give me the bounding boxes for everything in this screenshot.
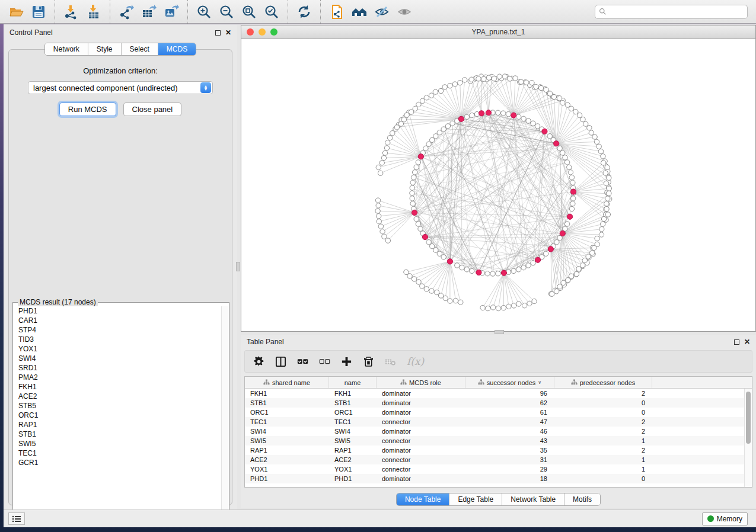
ring-node[interactable] bbox=[441, 255, 446, 259]
tab-motifs[interactable]: Motifs bbox=[564, 493, 600, 505]
leaf-node[interactable] bbox=[557, 284, 562, 289]
leaf-node[interactable] bbox=[378, 224, 383, 229]
leaf-node[interactable] bbox=[434, 290, 439, 294]
tab-style[interactable]: Style bbox=[88, 43, 122, 55]
export-network-icon[interactable] bbox=[115, 2, 138, 21]
ring-node[interactable] bbox=[531, 121, 535, 126]
leaf-node[interactable] bbox=[453, 298, 458, 303]
leaf-node[interactable] bbox=[601, 216, 606, 221]
leaf-node[interactable] bbox=[492, 76, 496, 81]
node-table[interactable]: shared namenameMCDS rolesuccessor nodes∨… bbox=[244, 376, 752, 488]
leaf-node[interactable] bbox=[607, 191, 611, 196]
ring-node[interactable] bbox=[535, 124, 540, 129]
column-header-MCDS-role[interactable]: MCDS role bbox=[377, 377, 465, 388]
table-row[interactable]: RAP1RAP1dominator352 bbox=[245, 446, 752, 455]
table-row[interactable]: TEC1TEC1connector472 bbox=[245, 417, 752, 427]
mcds-result-item[interactable]: ACE2 bbox=[18, 392, 221, 401]
minimize-window-icon[interactable] bbox=[259, 28, 266, 36]
leaf-node[interactable] bbox=[462, 78, 467, 82]
leaf-node[interactable] bbox=[412, 277, 416, 281]
network-canvas[interactable] bbox=[241, 39, 755, 331]
mcds-hub-node[interactable] bbox=[560, 230, 565, 236]
leaf-node[interactable] bbox=[592, 245, 596, 250]
ring-node[interactable] bbox=[416, 160, 420, 165]
ring-node[interactable] bbox=[455, 263, 460, 268]
leaf-node[interactable] bbox=[448, 299, 452, 303]
mcds-result-item[interactable]: STB5 bbox=[18, 401, 221, 411]
ring-node[interactable] bbox=[410, 185, 414, 190]
mcds-hub-node[interactable] bbox=[535, 257, 540, 262]
leaf-node[interactable] bbox=[424, 95, 429, 100]
ring-node[interactable] bbox=[516, 267, 521, 272]
mcds-result-item[interactable]: SWI4 bbox=[18, 354, 221, 363]
leaf-node[interactable] bbox=[590, 251, 595, 255]
tab-network-table[interactable]: Network Table bbox=[502, 493, 564, 505]
ring-node[interactable] bbox=[521, 116, 526, 121]
leaf-node[interactable] bbox=[596, 144, 601, 149]
leaf-node[interactable] bbox=[378, 171, 382, 175]
tab-node-table[interactable]: Node Table bbox=[397, 493, 450, 505]
mcds-hub-node[interactable] bbox=[570, 189, 576, 194]
table-row[interactable]: SWI5SWI5connector431 bbox=[245, 436, 752, 446]
select-all-columns-icon[interactable] bbox=[297, 356, 308, 367]
leaf-node[interactable] bbox=[544, 87, 548, 92]
leaf-node[interactable] bbox=[433, 89, 438, 94]
leaf-node[interactable] bbox=[580, 263, 585, 268]
zoom-out-icon[interactable] bbox=[215, 2, 238, 21]
ring-node[interactable] bbox=[531, 261, 535, 265]
leaf-node[interactable] bbox=[501, 305, 506, 310]
mcds-result-item[interactable]: GCR1 bbox=[18, 458, 221, 467]
mcds-result-item[interactable]: TEC1 bbox=[18, 448, 221, 458]
leaf-node[interactable] bbox=[574, 271, 579, 276]
mcds-hub-node[interactable] bbox=[422, 234, 428, 239]
column-header-shared-name[interactable]: shared name bbox=[245, 377, 329, 388]
leaf-node[interactable] bbox=[589, 130, 594, 135]
tab-edge-table[interactable]: Edge Table bbox=[449, 493, 502, 505]
ring-node[interactable] bbox=[450, 121, 455, 126]
leaf-node[interactable] bbox=[385, 140, 390, 145]
ring-node[interactable] bbox=[430, 137, 435, 142]
ring-node[interactable] bbox=[567, 165, 572, 169]
leaf-node[interactable] bbox=[550, 291, 554, 296]
mcds-result-item[interactable]: PHD1 bbox=[18, 306, 221, 316]
ring-node[interactable] bbox=[570, 201, 575, 206]
mcds-result-item[interactable]: FKH1 bbox=[18, 382, 221, 392]
ring-node[interactable] bbox=[526, 263, 531, 268]
mcds-result-item[interactable]: RAP1 bbox=[18, 420, 221, 430]
leaf-node[interactable] bbox=[607, 186, 611, 191]
ring-node[interactable] bbox=[423, 146, 428, 150]
leaf-node[interactable] bbox=[561, 280, 566, 285]
ring-node[interactable] bbox=[426, 142, 431, 146]
leaf-node[interactable] bbox=[442, 85, 447, 89]
ring-node[interactable] bbox=[485, 271, 490, 276]
leaf-node[interactable] bbox=[592, 134, 597, 139]
mcds-hub-node[interactable] bbox=[458, 116, 464, 121]
leaf-node[interactable] bbox=[538, 85, 543, 90]
ring-node[interactable] bbox=[433, 134, 438, 139]
leaf-node[interactable] bbox=[480, 305, 485, 310]
leaf-node[interactable] bbox=[390, 131, 395, 136]
mcds-hub-node[interactable] bbox=[412, 210, 417, 215]
leaf-node[interactable] bbox=[382, 150, 387, 155]
mcds-result-item[interactable]: SWI5 bbox=[18, 439, 221, 448]
gear-icon[interactable] bbox=[253, 356, 264, 367]
leaf-node[interactable] bbox=[376, 165, 381, 169]
leaf-node[interactable] bbox=[603, 171, 608, 175]
ring-node[interactable] bbox=[496, 271, 500, 276]
ring-node[interactable] bbox=[511, 268, 516, 273]
leaf-node[interactable] bbox=[469, 77, 474, 82]
leaf-node[interactable] bbox=[599, 232, 604, 237]
ring-node[interactable] bbox=[547, 134, 552, 139]
leaf-node[interactable] bbox=[502, 74, 507, 79]
leaf-node[interactable] bbox=[569, 106, 573, 111]
show-all-icon[interactable] bbox=[393, 2, 416, 21]
leaf-node[interactable] bbox=[384, 146, 389, 150]
leaf-node[interactable] bbox=[416, 280, 421, 284]
leaf-node[interactable] bbox=[416, 102, 421, 107]
criterion-dropdown[interactable]: largest connected component (undirected)… bbox=[28, 81, 213, 94]
mcds-result-item[interactable]: STB1 bbox=[18, 430, 221, 439]
ring-node[interactable] bbox=[464, 267, 469, 272]
mcds-hub-node[interactable] bbox=[486, 110, 491, 116]
import-network-icon[interactable] bbox=[60, 2, 82, 21]
leaf-node[interactable] bbox=[382, 234, 387, 239]
